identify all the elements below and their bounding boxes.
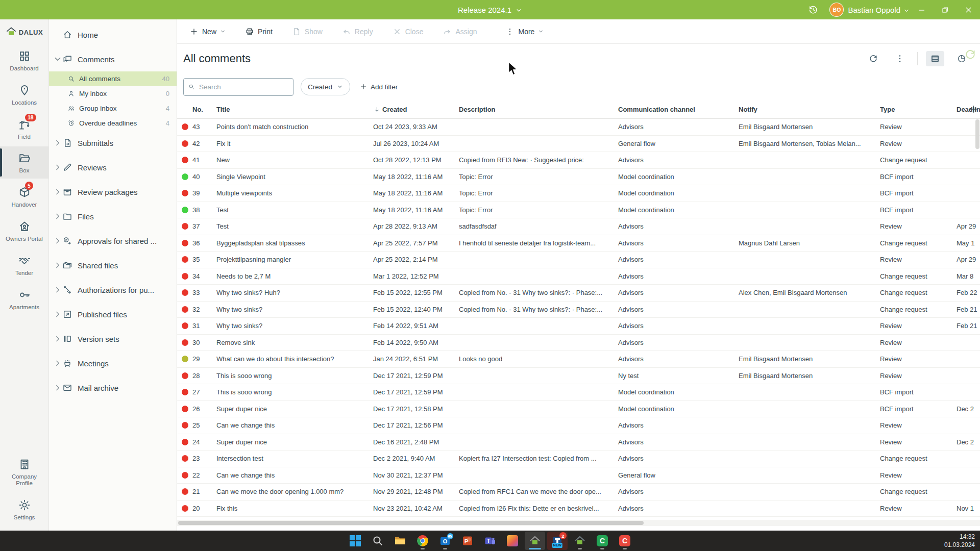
taskbar-outlook-icon[interactable]: O <box>435 532 455 550</box>
table-row[interactable]: 25Can we change thisDec 17 2021, 12:56 P… <box>177 417 980 434</box>
list-view-button[interactable] <box>926 51 944 66</box>
chevron-down-icon <box>337 84 343 90</box>
comment-type: Change request <box>880 156 957 164</box>
taskbar-snagit-icon[interactable]: C <box>615 532 635 550</box>
minimize-button[interactable] <box>910 0 933 19</box>
rail-item-owners-portal[interactable]: Owners Portal <box>0 215 48 247</box>
table-row[interactable]: 34Needs to be 2,7 MMar 1 2022, 12:52 PMA… <box>177 268 980 285</box>
taskbar-powerpoint-icon[interactable]: P <box>457 532 478 550</box>
table-row[interactable]: 41NewOct 28 2022, 12:13 PMCopied from RF… <box>177 152 980 169</box>
refresh-button[interactable] <box>864 51 883 66</box>
table-row[interactable]: 29What can we do about this intersection… <box>177 351 980 368</box>
table-row[interactable]: 36Byggepladsplan skal tilpassesApr 25 20… <box>177 235 980 252</box>
search-input[interactable] <box>198 83 289 91</box>
table-row[interactable]: 26Super duper niceDec 17 2021, 12:58 PMM… <box>177 401 980 418</box>
column-header-description[interactable]: Description <box>459 106 618 113</box>
taskbar-search-icon[interactable] <box>368 532 388 550</box>
search-box[interactable] <box>183 78 293 96</box>
avatar[interactable]: BO <box>829 3 844 17</box>
taskbar-dalux-tbox-new-icon[interactable]: NEW2 <box>547 532 568 550</box>
status-dot <box>182 372 188 379</box>
taskbar-teams-icon[interactable]: T <box>480 532 500 550</box>
table-row[interactable]: 24Super duper niceDec 16 2021, 2:48 PMAd… <box>177 434 980 451</box>
sidebar-item-all-comments[interactable]: All comments40 <box>49 71 177 86</box>
sidebar-item-review-packages[interactable]: Review packages <box>49 180 177 204</box>
column-header-notify[interactable]: Notify <box>739 106 880 113</box>
sidebar-item-shared-files[interactable]: Shared files <box>49 253 177 278</box>
history-icon[interactable] <box>808 5 818 15</box>
sidebar-item-version-sets[interactable]: Version sets <box>49 327 177 351</box>
column-header-channel[interactable]: Communication channel <box>618 106 739 113</box>
table-row[interactable]: 30Remove sinkFeb 14 2022, 9:50 AMAdvisor… <box>177 335 980 352</box>
rail-item-locations[interactable]: Locations <box>0 79 48 111</box>
restore-button[interactable] <box>933 0 957 19</box>
add-filter-button[interactable]: Add filter <box>359 83 398 91</box>
vertical-scrollbar[interactable] <box>975 119 979 517</box>
print-button[interactable]: Print <box>245 27 273 36</box>
table-row[interactable]: 31Why two sinks?Feb 14 2022, 9:51 AMAdvi… <box>177 318 980 335</box>
taskbar-clock[interactable]: 14:32 01.03.2024 <box>944 533 975 549</box>
rail-item-settings[interactable]: Settings <box>0 493 48 525</box>
taskbar-windows-start-icon[interactable] <box>345 532 365 550</box>
user-name[interactable]: Bastian Oppold <box>848 6 900 14</box>
sidebar-item-authorizations-for-pu[interactable]: Authorizations for pu... <box>49 278 177 302</box>
add-column-button[interactable] <box>968 104 979 115</box>
horizontal-scrollbar-thumb[interactable] <box>178 521 644 525</box>
sidebar-item-overdue-deadlines[interactable]: Overdue deadlines4 <box>49 116 177 131</box>
column-header-created[interactable]: Created <box>373 106 459 113</box>
table-row[interactable]: 27This is sooo wrongDec 17 2021, 12:59 P… <box>177 384 980 401</box>
taskbar-camtasia-icon[interactable]: C <box>592 532 612 550</box>
taskbar-dalux-box-app-icon[interactable] <box>525 532 545 550</box>
table-row[interactable]: 39Multiple viewpointsMay 18 2022, 11:16 … <box>177 185 980 202</box>
table-row[interactable]: 33Why two sinks? Huh?Feb 15 2022, 12:55 … <box>177 285 980 302</box>
vertical-scrollbar-thumb[interactable] <box>975 119 979 149</box>
rail-item-company-profile[interactable]: Company Profile <box>0 453 48 492</box>
table-row[interactable]: 32Why two sinks?Feb 15 2022, 12:40 PMCop… <box>177 302 980 318</box>
table-row[interactable]: 23Intersection testDec 2 2021, 9:40 AMKo… <box>177 450 980 467</box>
table-row[interactable]: 40Single ViewpointMay 18 2022, 11:16 AMT… <box>177 169 980 186</box>
close-button[interactable] <box>957 0 980 19</box>
rail-item-apartments[interactable]: Apartments <box>0 283 48 315</box>
project-switcher[interactable]: Release 2024.1 <box>458 0 522 19</box>
sidebar-item-approvals-for-shared[interactable]: Approvals for shared ... <box>49 229 177 253</box>
table-row[interactable]: 42Fix itJul 26 2023, 10:24 AMGeneral flo… <box>177 136 980 153</box>
taskbar-chrome-icon[interactable] <box>412 532 433 550</box>
new-button[interactable]: New <box>189 27 226 36</box>
kebab-button[interactable] <box>891 51 909 66</box>
status-dot <box>182 123 188 130</box>
table-row[interactable]: 37TestApr 28 2022, 9:13 AMsadfasdfsdafAd… <box>177 218 980 235</box>
table-row[interactable]: 22Can we change thisNov 30 2021, 12:37 P… <box>177 467 980 484</box>
more-button[interactable]: More <box>505 27 544 36</box>
taskbar-dalux-app-icon[interactable] <box>570 532 590 550</box>
rail-item-dashboard[interactable]: Dashboard <box>0 44 48 77</box>
rail-item-box[interactable]: Box <box>0 146 48 179</box>
table-row[interactable]: 20Fix thisNov 23 2021, 10:42 AMCopied fr… <box>177 500 980 517</box>
sidebar-item-files[interactable]: Files <box>49 204 177 229</box>
table-row[interactable]: 35Projekttilpasning manglerApr 25 2022, … <box>177 252 980 268</box>
column-header-type[interactable]: Type <box>880 106 957 113</box>
table-row[interactable]: 43Points don't match constructionOct 24 … <box>177 119 980 136</box>
rail-item-tender[interactable]: Tender <box>0 249 48 281</box>
rail-item-label: Settings <box>14 514 35 521</box>
sidebar-item-my-inbox[interactable]: My inbox0 <box>49 86 177 101</box>
rail-item-handover[interactable]: 5Handover <box>0 181 48 213</box>
column-header-title[interactable]: Title <box>216 106 373 113</box>
table-row[interactable]: 21Can we move the door opening 1.000 mm?… <box>177 484 980 500</box>
sidebar-item-home[interactable]: Home <box>49 22 177 47</box>
created-filter-dropdown[interactable]: Created <box>301 78 350 95</box>
chevron-down-icon[interactable] <box>903 7 910 13</box>
taskbar-dalux-field-app-icon[interactable] <box>502 532 523 550</box>
sidebar-item-submittals[interactable]: Submittals <box>49 131 177 155</box>
sidebar-item-meetings[interactable]: Meetings <box>49 351 177 375</box>
rail-item-field[interactable]: 18Field <box>0 113 48 145</box>
column-header-no[interactable]: No. <box>192 106 216 113</box>
sidebar-item-mail-archive[interactable]: Mail archive <box>49 375 177 400</box>
table-row[interactable]: 28This is sooo wrongDec 17 2021, 12:59 P… <box>177 368 980 385</box>
table-row[interactable]: 38TestMay 18 2022, 11:16 AMTopic: ErrorM… <box>177 202 980 219</box>
sidebar-item-comments[interactable]: Comments <box>49 47 177 71</box>
sidebar-item-published-files[interactable]: Published files <box>49 302 177 327</box>
taskbar-file-explorer-icon[interactable] <box>390 532 410 550</box>
sidebar-item-group-inbox[interactable]: Group inbox4 <box>49 101 177 116</box>
sidebar-item-reviews[interactable]: Reviews <box>49 155 177 180</box>
horizontal-scrollbar[interactable] <box>177 520 980 526</box>
